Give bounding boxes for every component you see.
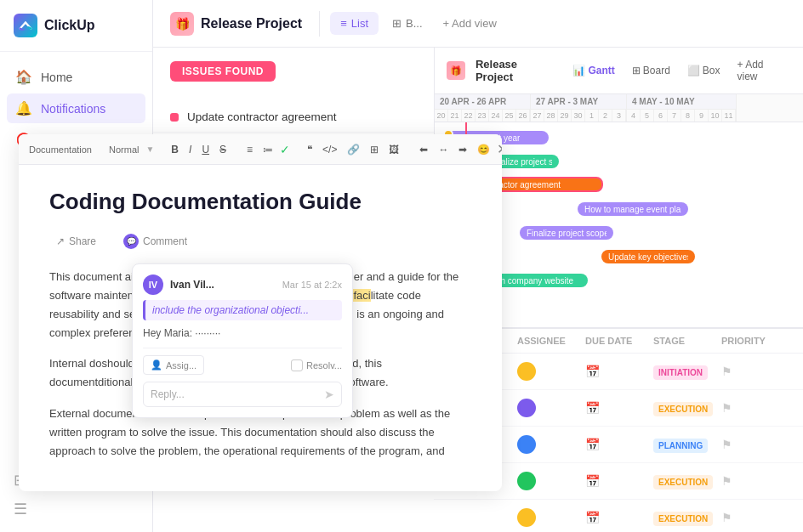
code-button[interactable]: </>: [319, 142, 340, 157]
gantt-tabs: 📊 Gantt ⊞ Board ⬜ Box + Add view: [567, 56, 791, 85]
gantt-dates-row: 20 APR - 26 APR 20 21 22 23 24 25 26 27 …: [435, 94, 803, 122]
commenter-initials: IV: [149, 280, 157, 290]
gantt-add-view[interactable]: + Add view: [732, 56, 791, 85]
date-group-label-may4: 4 MAY - 10 MAY: [627, 94, 736, 110]
topbar-project: 🎁 Release Project: [153, 12, 319, 36]
align-left-button[interactable]: ⬅: [416, 142, 431, 157]
align-right-button[interactable]: ➡: [455, 142, 470, 157]
share-button[interactable]: ↗ Share: [49, 232, 103, 251]
tab-board[interactable]: ⊞ B...: [382, 12, 433, 35]
doc-close-button[interactable]: ✕: [497, 141, 502, 157]
comment-button[interactable]: 💬 Comment: [117, 230, 194, 252]
project-name: Release Project: [201, 16, 302, 31]
gantt-header: 🎁 Release Project 📊 Gantt ⊞ Board ⬜ Box …: [435, 48, 803, 94]
gantt-tab-box-label: Box: [703, 65, 720, 76]
comment-popup: IV Ivan Vil... Mar 15 at 2:2x include th…: [132, 263, 353, 418]
add-view-label: + Add view: [443, 17, 497, 30]
rt-stage-5: EXECUTION: [653, 512, 713, 526]
reply-placeholder: Reply...: [151, 388, 185, 400]
sidebar-item-notifications-label: Notifications: [41, 102, 105, 116]
logo[interactable]: ClickUp: [0, 0, 152, 52]
date-cell: 27: [531, 110, 544, 122]
rt-calendar-icon-4: 📅: [585, 474, 600, 488]
date-cell: 6: [654, 110, 668, 122]
sidebar-collapse-button[interactable]: ☰: [14, 500, 139, 518]
rt-calendar-icon-3: 📅: [585, 438, 600, 451]
comment-actions: 👤 Assig... Resolv...: [143, 348, 342, 375]
rt-avatar-2: [517, 399, 536, 417]
comment-header: IV Ivan Vil... Mar 15 at 2:2x: [143, 274, 342, 295]
bold-button[interactable]: B: [168, 142, 182, 157]
gantt-tab-gantt[interactable]: 📊 Gantt: [567, 62, 619, 79]
logo-icon: [14, 14, 37, 37]
comment-quote: include the organizational objecti...: [143, 300, 342, 320]
underline-button[interactable]: U: [198, 142, 213, 157]
align-center-button[interactable]: ↔: [435, 142, 452, 157]
gantt-bar-label-5: Finalize project scope: [527, 229, 607, 238]
date-group-apr27: 27 APR - 3 MAY 27 28 29 30 1 2 3: [531, 94, 627, 122]
gantt-project-name: Release Project: [476, 58, 558, 83]
gantt-tab-board[interactable]: ⊞ Board: [627, 62, 675, 79]
date-cell: 11: [722, 110, 736, 122]
gantt-board-tab-icon: ⊞: [632, 65, 641, 76]
date-group-label-apr20: 20 APR - 26 APR: [435, 94, 530, 110]
numbered-list-button[interactable]: ≔: [259, 142, 276, 157]
gantt-bar-label-4: How to manage event planning: [584, 205, 681, 214]
tab-list-label: List: [351, 17, 368, 30]
commenter-avatar: IV: [143, 274, 163, 295]
reply-input-area: Reply... ➤: [143, 382, 342, 407]
gantt-tab-gantt-label: Gantt: [588, 65, 614, 76]
home-icon: 🏠: [15, 69, 32, 85]
bullet-list-button[interactable]: ≡: [243, 142, 256, 157]
gantt-add-view-label: + Add view: [738, 59, 786, 82]
table-button[interactable]: ⊞: [367, 142, 382, 157]
image-button[interactable]: 🖼: [385, 142, 402, 157]
comment-text: Hey Maria: ·········: [143, 327, 342, 339]
date-cell: 4: [627, 110, 641, 122]
doc-toolbar-doc-label: Documentation: [29, 144, 92, 155]
date-cell: 2: [599, 110, 612, 122]
rt-stage-2: EXECUTION: [653, 402, 713, 416]
date-cell: 5: [641, 110, 654, 122]
link-button[interactable]: 🔗: [344, 142, 363, 157]
tab-list[interactable]: ≡ List: [330, 12, 379, 35]
tab-board-label: B...: [406, 17, 423, 30]
resolve-checkbox[interactable]: [291, 359, 303, 371]
rt-avatar-4: [517, 472, 536, 490]
assign-button[interactable]: 👤 Assig...: [143, 355, 204, 375]
doc-style-label: Normal: [109, 144, 139, 155]
logo-text: ClickUp: [44, 18, 95, 33]
topbar-tabs: ≡ List ⊞ B... + Add view: [320, 12, 514, 35]
doc-text-2a: Internal do: [49, 357, 101, 370]
sidebar-item-home[interactable]: 🏠 Home: [7, 62, 145, 92]
rt-flag-icon-2: ⚑: [721, 401, 732, 415]
issue-item[interactable]: Update contractor agreement: [153, 102, 458, 133]
resolve-label: Resolv...: [306, 360, 342, 371]
add-view-button[interactable]: + Add view: [436, 14, 504, 33]
doc-title: Coding Documentation Guide: [49, 189, 471, 215]
dropdown-arrow-icon: ▼: [145, 144, 154, 154]
gantt-box-tab-icon: ⬜: [687, 65, 700, 76]
date-cell: 23: [476, 110, 489, 122]
strikethrough-button[interactable]: S: [216, 142, 230, 157]
date-cell: 28: [544, 110, 558, 122]
resolve-button[interactable]: Resolv...: [291, 359, 342, 371]
sidebar-item-notifications[interactable]: 🔔 Notifications: [7, 93, 145, 123]
date-cell: 20: [435, 110, 448, 122]
rt-col-stage: STAGE: [653, 336, 721, 346]
rt-calendar-icon-1: 📅: [585, 365, 600, 378]
date-cell: 30: [572, 110, 585, 122]
list-tab-icon: ≡: [340, 17, 347, 30]
checklist-button[interactable]: ✓: [280, 143, 290, 156]
send-reply-button[interactable]: ➤: [324, 388, 334, 401]
rt-flag-icon-5: ⚑: [721, 511, 732, 524]
emoji-button[interactable]: 😊: [474, 142, 493, 157]
comment-time: Mar 15 at 2:2x: [282, 280, 342, 290]
rt-calendar-icon-5: 📅: [585, 511, 600, 524]
gantt-tab-box[interactable]: ⬜ Box: [682, 62, 726, 79]
gantt-project-icon: 🎁: [447, 61, 465, 80]
italic-button[interactable]: I: [185, 142, 195, 157]
doc-actions: ↗ Share 💬 Comment: [49, 230, 471, 252]
quote-button[interactable]: ❝: [304, 142, 316, 157]
rt-flag-icon-3: ⚑: [721, 438, 732, 451]
